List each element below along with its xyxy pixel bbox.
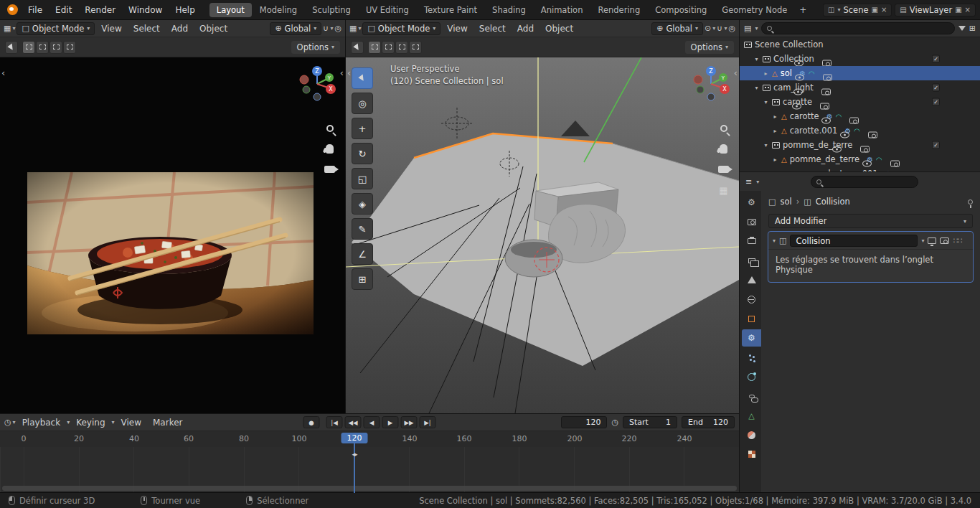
editor-type-icon[interactable]: ▦ [4, 24, 11, 33]
snap-magnet-icon[interactable]: ∪ [717, 24, 722, 33]
menu-select[interactable]: Select [128, 22, 165, 35]
checkbox-icon[interactable]: ✓ [932, 55, 940, 63]
tool-scale-button[interactable]: ◱ [352, 168, 373, 189]
new-collection-icon[interactable]: ⊞ [969, 24, 976, 33]
tool-select-box-button[interactable] [352, 67, 373, 89]
select-lasso-button[interactable] [50, 41, 62, 54]
pan-hand-icon[interactable] [326, 144, 334, 154]
tab-shading[interactable]: Shading [485, 3, 533, 17]
tab-animation[interactable]: Animation [534, 3, 590, 17]
pin-icon[interactable] [968, 199, 973, 204]
tab-compositing[interactable]: Compositing [648, 3, 714, 17]
viewlayer-selector[interactable]: ▤ ViewLayer ▣ × [895, 4, 976, 17]
chevron-down-icon[interactable]: ▾ [712, 25, 715, 32]
pan-hand-icon[interactable] [720, 144, 727, 154]
outliner-row-carotte[interactable]: ▸ △ carotte ⚙ ◠ [740, 109, 980, 123]
tab-output-icon[interactable] [742, 232, 761, 250]
outliner-row-cam-light[interactable]: ▾ cam_light ✓ [740, 80, 980, 95]
playhead-frame-label[interactable]: 120 [341, 433, 368, 443]
camera-toggle-icon[interactable] [821, 88, 831, 95]
menu-edit[interactable]: Edit [50, 3, 77, 17]
expand-arrow-icon[interactable]: ▸ [772, 128, 778, 134]
editor-type-icon[interactable]: ▦ [349, 24, 357, 33]
collapse-arrow-icon[interactable]: ▾ [773, 237, 776, 244]
options-dropdown[interactable]: Options ▾ [291, 41, 340, 54]
tab-modeling[interactable]: Modeling [253, 3, 304, 17]
camera-toggle-icon[interactable] [849, 117, 859, 123]
tab-rendering[interactable]: Rendering [590, 3, 647, 17]
expand-arrow-icon[interactable]: ▸ [772, 113, 778, 120]
camera-toggle-icon[interactable] [822, 60, 831, 66]
prev-keyframe-button[interactable]: ◀◀ [345, 416, 362, 428]
expand-arrow-icon[interactable]: ▸ [763, 70, 769, 77]
menu-add[interactable]: Add [166, 22, 193, 35]
menu-marker[interactable]: Marker [148, 416, 187, 429]
end-frame-field[interactable]: End 120 [682, 416, 735, 428]
tool-annotate-button[interactable]: ✎ [352, 218, 373, 240]
toolbar-toggle-icon[interactable]: ‹ [347, 67, 351, 78]
tab-constraints-icon[interactable] [742, 387, 761, 405]
display-render-toggle-icon[interactable] [940, 237, 949, 244]
tab-tool-icon[interactable]: ⚙ [742, 194, 761, 211]
pivot-point-icon[interactable]: ⊙ [705, 24, 711, 33]
remove-viewlayer-icon[interactable]: × [965, 6, 971, 14]
camera-view-icon[interactable] [718, 166, 729, 173]
new-viewlayer-icon[interactable]: ▣ [955, 6, 961, 14]
tool-move-button[interactable]: + [352, 118, 373, 139]
menu-window[interactable]: Window [123, 3, 168, 17]
outliner-row-carotte-001[interactable]: ▸ △ carotte.001 ⚙ ◠ [740, 123, 980, 138]
expand-arrow-icon[interactable]: ▾ [763, 142, 769, 149]
add-modifier-dropdown[interactable]: Add Modifier ▾ [768, 214, 973, 228]
properties-search-input[interactable] [811, 176, 918, 188]
chevron-down-icon[interactable]: ▾ [12, 25, 15, 32]
tab-physics-icon[interactable] [742, 368, 761, 385]
eye-icon[interactable] [794, 60, 804, 66]
options-dropdown[interactable]: Options ▾ [685, 41, 734, 54]
record-button[interactable]: ● [303, 416, 320, 428]
expand-arrow-icon[interactable]: ▾ [763, 99, 769, 105]
proportional-editing-icon[interactable]: ◎ [334, 24, 341, 33]
outliner-row-carotte-collection[interactable]: ▾ carotte ✓ [740, 95, 980, 109]
orthographic-grid-icon[interactable]: ▦ [719, 185, 727, 196]
expand-arrow-icon[interactable]: ▾ [753, 85, 760, 91]
tab-object-icon[interactable] [742, 310, 761, 327]
physics-icon[interactable]: ◠ [809, 70, 815, 77]
chevron-down-icon[interactable]: ▾ [755, 25, 758, 32]
checkbox-icon[interactable]: ✓ [932, 84, 940, 92]
menu-add[interactable]: Add [512, 22, 539, 35]
tab-sculpting[interactable]: Sculpting [305, 3, 358, 17]
menu-view[interactable]: View [442, 22, 472, 35]
tab-layout[interactable]: Layout [209, 3, 252, 17]
chevron-down-icon[interactable]: ▾ [724, 25, 727, 32]
next-keyframe-button[interactable]: ▶▶ [401, 416, 418, 428]
outliner-row-pomme[interactable]: ▸ △ pomme_de_terre ⚙ ◠ [740, 152, 980, 166]
checkbox-icon[interactable]: ✓ [932, 98, 940, 106]
mode-dropdown[interactable]: □ Object Mode ▾ [362, 22, 440, 35]
menu-playback[interactable]: Playback [17, 416, 66, 429]
scene-browse-icon[interactable]: ◫ [828, 6, 834, 14]
physics-icon[interactable]: ◠ [854, 127, 860, 135]
tool-add-cube-button[interactable]: ⊞ [352, 268, 373, 290]
toolbar-toggle-icon[interactable]: ‹ [1, 67, 5, 78]
scene-selector[interactable]: ◫ ▾ Scene ▣ × [823, 4, 892, 17]
tab-modifiers-icon[interactable]: ⚙ [742, 329, 761, 347]
chevron-down-icon[interactable]: ▾ [330, 25, 333, 32]
jump-end-button[interactable]: ▶| [420, 416, 436, 428]
outliner-row-sol[interactable]: ▸ △ sol ⚙ ◠ [740, 66, 980, 80]
add-workspace-button[interactable]: + [795, 4, 811, 17]
tool-cursor-button[interactable]: ◎ [352, 93, 373, 114]
outliner-row-collection[interactable]: ▾ Collection ✓ [740, 52, 980, 66]
play-button[interactable]: ▶ [382, 416, 399, 428]
expand-arrow-icon[interactable]: ▾ [753, 56, 760, 62]
eye-icon[interactable] [840, 131, 849, 138]
physics-icon[interactable]: ◠ [876, 156, 882, 164]
eye-icon[interactable] [862, 160, 872, 166]
tool-measure-button[interactable]: ∠ [352, 243, 373, 265]
axis-navigation-gizmo[interactable]: Z Y X [298, 65, 336, 103]
menu-select[interactable]: Select [474, 22, 511, 35]
timeline-ruler[interactable]: 0 20 40 60 80 100 120 140 160 180 200 22… [0, 431, 739, 447]
chevron-down-icon[interactable]: ▾ [13, 419, 16, 425]
current-frame-field[interactable]: 120 [561, 416, 607, 428]
transform-orientation-dropdown[interactable]: ⊕ Global ▾ [270, 22, 321, 35]
menu-file[interactable]: File [22, 3, 48, 17]
